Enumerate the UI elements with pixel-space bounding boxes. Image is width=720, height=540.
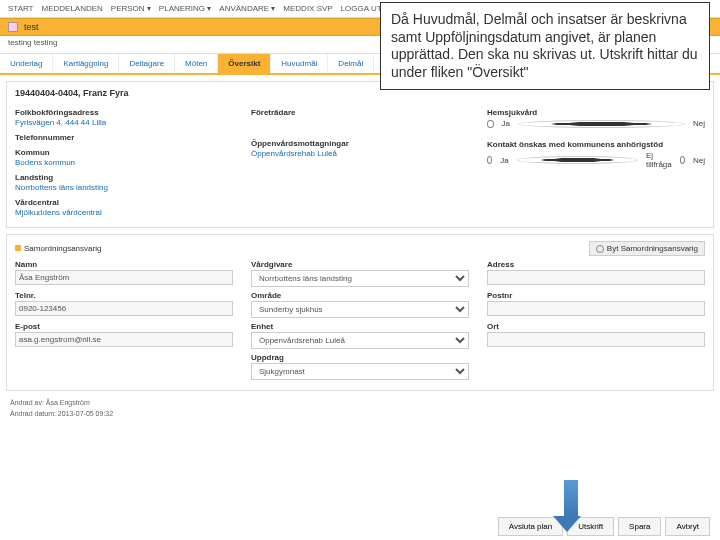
kommun-value: Bodens kommun: [15, 158, 233, 167]
tab-kartlaggning[interactable]: Kartläggning: [53, 54, 119, 73]
postnr-label: Postnr: [487, 291, 705, 300]
addr-value: Fyrisvägen 4, 444 44 Lilla: [15, 118, 233, 127]
square-icon: [15, 245, 21, 251]
hsv-radio-ja[interactable]: [487, 120, 494, 128]
coord-title: Samordningsansvarig: [15, 244, 101, 253]
change-coord-button[interactable]: Byt Samordningsansvarig: [589, 241, 705, 256]
tab-moten[interactable]: Möten: [175, 54, 218, 73]
nav-logout[interactable]: LOGGA UT: [341, 4, 382, 13]
tab-oversikt[interactable]: Översikt: [218, 54, 271, 73]
tab-deltagare[interactable]: Deltagare: [119, 54, 175, 73]
tab-huvudmal[interactable]: Huvudmål: [271, 54, 328, 73]
nav-meddix[interactable]: MEDDIX SVP: [283, 4, 332, 13]
enhet-select[interactable]: Öppenvårdsrehab Luleå: [251, 332, 469, 349]
landsting-value: Norrbottens läns landsting: [15, 183, 233, 192]
oppenvard-label: Öppenvårdsmottagningar: [251, 139, 469, 148]
patient-col-right: Hemsjukvård Ja Nej Kontakt önskas med ko…: [487, 102, 705, 217]
vardgivare-label: Vårdgivare: [251, 260, 469, 269]
hsv-nej-label: Nej: [693, 119, 705, 128]
nav-messages[interactable]: MEDDELANDEN: [41, 4, 102, 13]
uppdrag-select[interactable]: Sjukgymnast: [251, 363, 469, 380]
patient-col-left: Folkbokföringsadress Fyrisvägen 4, 444 4…: [15, 102, 233, 217]
kont-nej-label: Nej: [693, 156, 705, 165]
alert-title: test: [24, 22, 39, 32]
epost-input[interactable]: [15, 332, 233, 347]
kont-radio-ja[interactable]: [487, 156, 492, 164]
hsv-radio-nej[interactable]: [518, 120, 685, 128]
changed-by: Ändrad av: Åsa Engström: [0, 397, 720, 408]
kont-radio-ej[interactable]: [517, 156, 638, 164]
tel-label: Telefonnummer: [15, 133, 233, 142]
kont-radio-nej[interactable]: [680, 156, 685, 164]
hemsjukvard-label: Hemsjukvård: [487, 108, 705, 117]
spara-button[interactable]: Spara: [618, 517, 661, 536]
nav-start[interactable]: START: [8, 4, 33, 13]
adress-label: Adress: [487, 260, 705, 269]
uppdrag-label: Uppdrag: [251, 353, 469, 362]
changed-date: Ändrad datum: 2013-07-05 09:32: [0, 408, 720, 419]
nav-user[interactable]: ANVÄNDARE ▾: [219, 4, 275, 13]
alert-icon: [8, 22, 18, 32]
vardcentral-value: Mjölkuddens vårdcentral: [15, 208, 233, 217]
landsting-label: Landsting: [15, 173, 233, 182]
epost-label: E-post: [15, 322, 233, 331]
namn-label: Namn: [15, 260, 233, 269]
gear-icon: [596, 245, 604, 253]
tab-delmal[interactable]: Delmål: [328, 54, 374, 73]
postnr-input[interactable]: [487, 301, 705, 316]
kommun-label: Kommun: [15, 148, 233, 157]
vardgivare-select[interactable]: Norrbottens läns landsting: [251, 270, 469, 287]
patient-panel: 19440404-0404, Franz Fyra Folkbokförings…: [6, 81, 714, 228]
patient-col-mid: Företrädare Öppenvårdsmottagningar Öppen…: [251, 102, 469, 217]
avbryt-button[interactable]: Avbryt: [665, 517, 710, 536]
kont-ja-label: Ja: [500, 156, 508, 165]
addr-label: Folkbokföringsadress: [15, 108, 233, 117]
namn-input[interactable]: [15, 270, 233, 285]
oppenvard-value: Öppenvårdsrehab Luleå: [251, 149, 469, 158]
enhet-label: Enhet: [251, 322, 469, 331]
telnr-label: Telnr.: [15, 291, 233, 300]
omrade-select[interactable]: Sunderby sjukhus: [251, 301, 469, 318]
hsv-ja-label: Ja: [502, 119, 510, 128]
ort-input[interactable]: [487, 332, 705, 347]
kontakt-label: Kontakt önskas med kommunens anhörigstöd: [487, 140, 705, 149]
action-bar: Avsluta plan Utskrift Spara Avbryt: [498, 517, 710, 536]
instruction-callout: Då Huvudmål, Delmål och insatser är besk…: [380, 2, 710, 90]
omrade-label: Område: [251, 291, 469, 300]
foretradare-label: Företrädare: [251, 108, 469, 117]
nav-planning[interactable]: PLANERING ▾: [159, 4, 211, 13]
telnr-input[interactable]: [15, 301, 233, 316]
ort-label: Ort: [487, 322, 705, 331]
vardcentral-label: Vårdcentral: [15, 198, 233, 207]
kont-ej-label: Ej tillfråga: [646, 151, 672, 169]
nav-person[interactable]: PERSON ▾: [111, 4, 151, 13]
adress-input[interactable]: [487, 270, 705, 285]
tab-underlag[interactable]: Underlag: [0, 54, 53, 73]
coord-panel: Samordningsansvarig Byt Samordningsansva…: [6, 234, 714, 391]
pointer-arrow: [560, 480, 581, 532]
